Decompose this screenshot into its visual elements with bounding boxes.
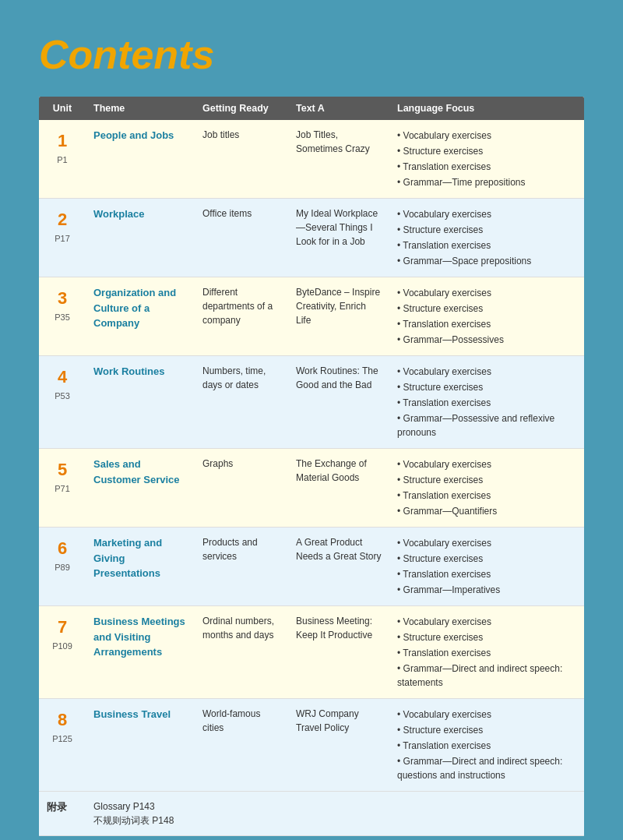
getting-ready-cell: Products and services — [195, 528, 288, 606]
theme-text: People and Jobs — [93, 129, 174, 141]
col-unit-header: Unit — [39, 97, 86, 120]
appendix-item: 不规则动词表 P148 — [93, 814, 576, 828]
appendix-label: 附录 — [39, 792, 86, 836]
unit-cell: 4P53 — [39, 356, 86, 449]
language-focus-item: Translation exercises — [397, 395, 576, 411]
appendix-unit-label: 附录 — [47, 801, 67, 813]
unit-number: 8 — [47, 707, 78, 732]
language-focus-cell: Vocabulary exercisesStructure exercisesT… — [389, 356, 584, 449]
theme-text: Business Travel — [93, 708, 171, 720]
language-focus-item: Translation exercises — [397, 159, 576, 175]
col-getting-ready-header: Getting Ready — [195, 97, 288, 120]
language-focus-cell: Vocabulary exercisesStructure exercisesT… — [389, 606, 584, 699]
language-focus-item: Structure exercises — [397, 301, 576, 316]
unit-number: 2 — [47, 206, 78, 232]
language-focus-item: Structure exercises — [397, 379, 576, 395]
language-focus-cell: Vocabulary exercisesStructure exercisesT… — [389, 449, 584, 528]
language-focus-cell: Vocabulary exercisesStructure exercisesT… — [389, 277, 584, 356]
table-row: 7P109Business Meetings and Visiting Arra… — [39, 606, 584, 699]
language-focus-item: Grammar—Possessives — [397, 332, 576, 348]
language-focus-item: Translation exercises — [397, 488, 576, 503]
unit-cell: 7P109 — [39, 606, 86, 699]
language-focus-item: Vocabulary exercises — [397, 535, 576, 551]
contents-table: Unit Theme Getting Ready Text A Language… — [39, 97, 584, 836]
theme-cell: Business Meetings and Visiting Arrangeme… — [86, 606, 195, 699]
getting-ready-cell: Job titles — [195, 120, 288, 199]
language-focus-cell: Vocabulary exercisesStructure exercisesT… — [389, 199, 584, 277]
table-row: 6P89Marketing and Giving PresentationsPr… — [39, 528, 584, 606]
col-text-a-header: Text A — [288, 97, 389, 120]
language-focus-item: Grammar—Quantifiers — [397, 503, 576, 519]
table-header-row: Unit Theme Getting Ready Text A Language… — [39, 97, 584, 120]
table-row: 5P71Sales and Customer ServiceGraphsThe … — [39, 449, 584, 528]
language-focus-item: Structure exercises — [397, 630, 576, 645]
theme-text: Work Routines — [93, 365, 165, 377]
table-row: 1P1People and JobsJob titlesJob Titles, … — [39, 120, 584, 199]
language-focus-item: Translation exercises — [397, 566, 576, 582]
language-focus-item: Grammar—Direct and indirect speech: stat… — [397, 661, 576, 690]
language-focus-item: Structure exercises — [397, 722, 576, 738]
table-row: 4P53Work RoutinesNumbers, time, days or … — [39, 356, 584, 449]
theme-text: Workplace — [93, 208, 145, 220]
language-focus-item: Vocabulary exercises — [397, 364, 576, 379]
unit-number: 6 — [47, 535, 78, 561]
language-focus-item: Vocabulary exercises — [397, 707, 576, 722]
language-focus-cell: Vocabulary exercisesStructure exercisesT… — [389, 120, 584, 199]
contents-table-container: Unit Theme Getting Ready Text A Language… — [39, 97, 584, 836]
col-theme-header: Theme — [86, 97, 195, 120]
text-a-cell: My Ideal Workplace—Several Things I Look… — [288, 199, 389, 277]
language-focus-item: Vocabulary exercises — [397, 206, 576, 222]
col-language-focus-header: Language Focus — [389, 97, 584, 120]
getting-ready-cell: Ordinal numbers, months and days — [195, 606, 288, 699]
unit-page: P125 — [47, 732, 78, 746]
language-focus-item: Vocabulary exercises — [397, 128, 576, 143]
theme-text: Organization and Culture of a Company — [93, 287, 176, 329]
table-row: 2P17WorkplaceOffice itemsMy Ideal Workpl… — [39, 199, 584, 277]
language-focus-item: Grammar—Imperatives — [397, 582, 576, 598]
unit-number: 7 — [47, 614, 78, 640]
unit-page: P109 — [47, 640, 78, 653]
language-focus-cell: Vocabulary exercisesStructure exercisesT… — [389, 528, 584, 606]
getting-ready-cell: Numbers, time, days or dates — [195, 356, 288, 449]
theme-cell: Sales and Customer Service — [86, 449, 195, 528]
unit-cell: 8P125 — [39, 699, 86, 792]
unit-cell: 3P35 — [39, 277, 86, 356]
appendix-content: Glossary P143不规则动词表 P148 — [86, 792, 584, 836]
theme-cell: Business Travel — [86, 699, 195, 792]
language-focus-item: Vocabulary exercises — [397, 285, 576, 301]
unit-cell: 1P1 — [39, 120, 86, 199]
unit-cell: 2P17 — [39, 199, 86, 277]
unit-cell: 6P89 — [39, 528, 86, 606]
text-a-cell: ByteDance – Inspire Creativity, Enrich L… — [288, 277, 389, 356]
unit-page: P89 — [47, 561, 78, 574]
language-focus-item: Grammar—Time prepositions — [397, 175, 576, 190]
language-focus-item: Grammar—Possessive and reflexive pronoun… — [397, 411, 576, 440]
theme-cell: Work Routines — [86, 356, 195, 449]
unit-number: 3 — [47, 285, 78, 311]
getting-ready-cell: Office items — [195, 199, 288, 277]
unit-number: 5 — [47, 457, 78, 482]
getting-ready-cell: Different departments of a company — [195, 277, 288, 356]
language-focus-item: Vocabulary exercises — [397, 614, 576, 630]
language-focus-item: Translation exercises — [397, 316, 576, 332]
text-a-cell: Job Titles, Sometimes Crazy — [288, 120, 389, 199]
language-focus-item: Translation exercises — [397, 738, 576, 754]
language-focus-cell: Vocabulary exercisesStructure exercisesT… — [389, 699, 584, 792]
getting-ready-cell: World-famous cities — [195, 699, 288, 792]
language-focus-item: Structure exercises — [397, 222, 576, 238]
unit-page: P35 — [47, 311, 78, 324]
theme-text: Marketing and Giving Presentations — [93, 537, 162, 579]
language-focus-item: Vocabulary exercises — [397, 457, 576, 472]
text-a-cell: Work Routines: The Good and the Bad — [288, 356, 389, 449]
unit-page: P1 — [47, 154, 78, 167]
language-focus-item: Grammar—Direct and indirect speech: ques… — [397, 754, 576, 783]
table-row: 3P35Organization and Culture of a Compan… — [39, 277, 584, 356]
text-a-cell: WRJ Company Travel Policy — [288, 699, 389, 792]
unit-page: P71 — [47, 482, 78, 496]
language-focus-item: Translation exercises — [397, 238, 576, 253]
text-a-cell: The Exchange of Material Goods — [288, 449, 389, 528]
theme-cell: Marketing and Giving Presentations — [86, 528, 195, 606]
theme-cell: Workplace — [86, 199, 195, 277]
language-focus-item: Structure exercises — [397, 551, 576, 566]
unit-number: 1 — [47, 128, 78, 154]
